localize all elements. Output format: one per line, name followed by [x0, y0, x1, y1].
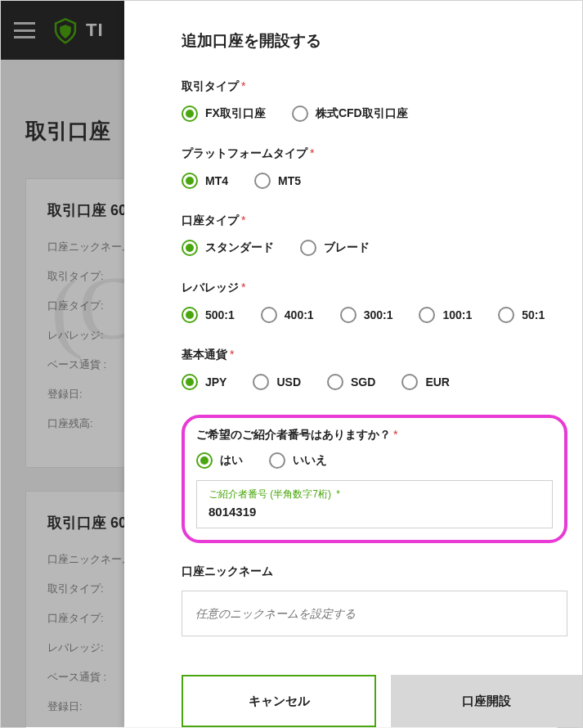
- radio-icon: [261, 307, 277, 323]
- section-platform: プラットフォームタイプ* MT4 MT5: [182, 146, 567, 189]
- radio-icon: [340, 307, 357, 323]
- section-trade-type: 取引タイプ* FX取引口座 株式CFD取引口座: [182, 79, 567, 122]
- radio-label: MT5: [278, 174, 301, 187]
- required-mark: *: [241, 281, 245, 294]
- radio-ccy-sgd[interactable]: SGD: [327, 374, 375, 390]
- modal-title: 追加口座を開設する: [182, 30, 567, 52]
- label-trade-type: 取引タイプ: [182, 79, 239, 92]
- radio-icon: [292, 106, 308, 122]
- radio-ccy-usd[interactable]: USD: [253, 374, 301, 390]
- required-mark: *: [241, 213, 245, 227]
- radio-cfd[interactable]: 株式CFD取引口座: [292, 106, 408, 122]
- required-mark: *: [230, 348, 234, 361]
- radio-standard[interactable]: スタンダード: [182, 240, 274, 256]
- radio-label: SGD: [351, 375, 375, 389]
- radio-icon: [196, 452, 213, 469]
- radio-label: 株式CFD取引口座: [316, 106, 408, 121]
- radio-label: はい: [220, 453, 243, 468]
- label-platform: プラットフォームタイプ: [182, 146, 307, 160]
- radio-icon: [269, 452, 285, 469]
- radio-label: 400:1: [285, 308, 314, 321]
- modal-footer: キャンセル 口座開設: [124, 675, 582, 727]
- radio-label: いいえ: [293, 453, 327, 468]
- label-nickname: 口座ニックネーム: [182, 564, 273, 577]
- referrer-highlight: ご希望のご紹介者番号はありますか？* はい いいえ ご紹介者番号 (半角数字7桁…: [182, 415, 567, 543]
- radio-icon: [182, 240, 198, 256]
- required-mark: *: [393, 428, 397, 441]
- radio-icon: [300, 240, 316, 256]
- radio-label: MT4: [205, 174, 228, 187]
- label-leverage: レバレッジ: [182, 281, 239, 294]
- radio-lev-100[interactable]: 100:1: [419, 307, 472, 323]
- radio-icon: [419, 307, 435, 323]
- nickname-field[interactable]: [182, 591, 567, 636]
- referrer-number-input[interactable]: [209, 505, 540, 519]
- submit-button[interactable]: 口座開設: [391, 675, 582, 727]
- radio-referrer-no[interactable]: いいえ: [269, 452, 327, 469]
- radio-lev-50[interactable]: 50:1: [498, 307, 545, 323]
- radio-icon: [498, 307, 514, 323]
- radio-label: 300:1: [364, 308, 393, 321]
- radio-icon: [327, 374, 343, 390]
- referrer-field-label: ご紹介者番号 (半角数字7桁): [209, 488, 331, 500]
- radio-label: ブレード: [324, 240, 370, 255]
- required-mark: *: [241, 79, 245, 92]
- section-nickname: 口座ニックネーム: [182, 564, 567, 636]
- radio-lev-500[interactable]: 500:1: [182, 307, 235, 323]
- radio-label: USD: [276, 375, 301, 389]
- required-mark: *: [310, 146, 314, 160]
- radio-icon: [182, 307, 198, 323]
- radio-referrer-yes[interactable]: はい: [196, 452, 243, 469]
- referrer-number-field[interactable]: ご紹介者番号 (半角数字7桁) *: [196, 480, 553, 528]
- label-referrer: ご希望のご紹介者番号はありますか？: [196, 428, 391, 441]
- radio-lev-400[interactable]: 400:1: [261, 307, 314, 323]
- radio-blade[interactable]: ブレード: [300, 240, 370, 256]
- radio-label: スタンダード: [205, 240, 274, 255]
- cancel-button[interactable]: キャンセル: [182, 675, 376, 727]
- radio-label: FX取引口座: [205, 106, 266, 121]
- radio-label: 50:1: [522, 308, 545, 321]
- radio-label: EUR: [425, 375, 450, 389]
- radio-ccy-jpy[interactable]: JPY: [182, 374, 226, 390]
- nickname-input[interactable]: [195, 607, 554, 620]
- radio-ccy-eur[interactable]: EUR: [401, 374, 450, 390]
- required-mark: *: [334, 488, 340, 500]
- radio-mt4[interactable]: MT4: [182, 173, 228, 189]
- radio-label: JPY: [205, 375, 226, 389]
- radio-icon: [182, 106, 198, 122]
- label-base-currency: 基本通貨: [182, 348, 227, 361]
- section-leverage: レバレッジ* 500:1 400:1 300:1 100:1 50:1: [182, 281, 567, 323]
- radio-icon: [254, 173, 271, 189]
- section-base-currency: 基本通貨* JPY USD SGD EUR: [182, 348, 567, 390]
- radio-icon: [182, 173, 198, 189]
- radio-fx[interactable]: FX取引口座: [182, 106, 266, 122]
- section-account-type: 口座タイプ* スタンダード ブレード: [182, 213, 567, 256]
- radio-lev-300[interactable]: 300:1: [340, 307, 393, 323]
- radio-icon: [401, 374, 418, 390]
- radio-label: 100:1: [442, 308, 472, 321]
- radio-mt5[interactable]: MT5: [254, 173, 301, 189]
- create-account-modal: 追加口座を開設する 取引タイプ* FX取引口座 株式CFD取引口座 プラットフォ…: [124, 1, 582, 727]
- radio-label: 500:1: [205, 308, 235, 321]
- radio-icon: [253, 374, 269, 390]
- label-account-type: 口座タイプ: [182, 213, 239, 227]
- radio-icon: [182, 374, 198, 390]
